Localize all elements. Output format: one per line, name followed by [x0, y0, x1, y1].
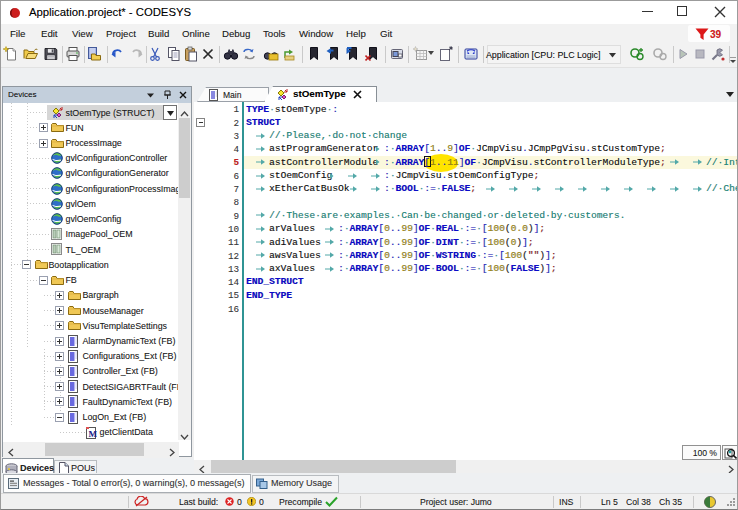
svg-text:M: M	[89, 429, 98, 439]
